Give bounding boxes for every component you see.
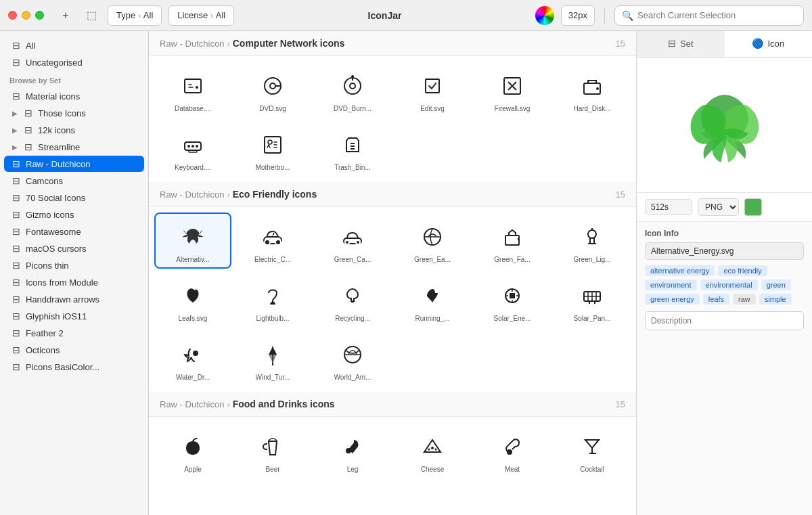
tag[interactable]: eco friendly xyxy=(718,265,767,276)
search-bar[interactable]: 🔍 xyxy=(614,5,804,26)
icon-cell[interactable]: Wind_Tur... xyxy=(234,330,311,386)
tag[interactable]: leafs xyxy=(703,294,729,305)
icon-cell[interactable]: Water_Dr... xyxy=(154,330,231,386)
sidebar-item-those-icons[interactable]: ▶ ⊟ Those Icons xyxy=(4,105,144,121)
icon-cell[interactable]: Motherbo... xyxy=(234,120,311,177)
icon-cell[interactable]: Leafs.svg xyxy=(154,271,231,328)
icon-preview xyxy=(496,430,528,463)
sidebar-item-fontawesome[interactable]: ⊟ Fontawesome xyxy=(4,223,144,240)
icon-cell[interactable]: Firewall.svg xyxy=(474,62,551,118)
icon-cell[interactable]: Green_Fa... xyxy=(474,212,551,269)
folder-icon: ⊟ xyxy=(12,344,20,355)
size-input[interactable] xyxy=(645,199,692,215)
icon-cell-beer[interactable]: Beer xyxy=(234,422,311,478)
close-button[interactable] xyxy=(8,11,17,20)
sidebar-item-glyphish[interactable]: ⊟ Glyphish iOS11 xyxy=(4,308,144,324)
icon-cell[interactable]: DVD_Burn... xyxy=(314,62,391,118)
sidebar-item-raw-dutchicon[interactable]: ⊟ Raw - Dutchicon xyxy=(4,156,144,172)
icon-label: Recycling... xyxy=(335,315,370,322)
sidebar-item-all[interactable]: ⊟ All xyxy=(4,37,144,53)
tag[interactable]: alternative energy xyxy=(645,265,715,276)
sidebar-item-picons-thin[interactable]: ⊟ Picons thin xyxy=(4,257,144,273)
icon-cell-meat[interactable]: Meat xyxy=(474,422,551,478)
icon-cell[interactable]: Running_... xyxy=(394,271,471,328)
folder-icon: ⊟ xyxy=(12,91,20,102)
icon-cell-apple[interactable]: Apple xyxy=(154,422,231,478)
search-input[interactable] xyxy=(637,10,796,20)
sidebar-item-streamline[interactable]: ▶ ⊟ Streamline xyxy=(4,139,144,155)
icon-cell[interactable]: Recycling... xyxy=(314,271,391,328)
icon-cell[interactable]: Green_Ca... xyxy=(314,212,391,269)
icon-cell[interactable]: Keyboard.... xyxy=(154,120,231,177)
icon-cell[interactable]: Green_Ea... xyxy=(394,212,471,269)
icon-label: Cocktail xyxy=(580,466,604,473)
description-input[interactable] xyxy=(645,311,804,330)
icon-cell-cheese[interactable]: Cheese xyxy=(394,422,471,478)
sidebar-item-12k[interactable]: ▶ ⊟ 12k icons xyxy=(4,122,144,138)
sidebar-item-camcons[interactable]: ⊟ Camcons xyxy=(4,173,144,189)
tag[interactable]: environmental xyxy=(700,279,758,290)
icon-cell-leg[interactable]: Leg xyxy=(314,422,391,478)
sidebar-item-material[interactable]: ⊟ Material icons xyxy=(4,88,144,104)
icon-preview xyxy=(336,430,369,463)
icon-cell-cocktail[interactable]: Cocktail xyxy=(554,422,631,478)
sidebar-item-uncategorised[interactable]: ⊟ Uncategorised xyxy=(4,54,144,70)
icon-cell[interactable]: Edit.svg xyxy=(394,62,471,118)
icon-cell[interactable]: Trash_Bin... xyxy=(314,120,391,177)
breadcrumb: Raw - Dutchicon › Food and Drinks icons xyxy=(160,399,335,409)
icon-cell[interactable]: Solar_Pan... xyxy=(554,271,631,328)
format-select[interactable]: PNG SVG PDF xyxy=(698,198,739,216)
icon-label: Solar_Pan... xyxy=(573,315,610,322)
export-button[interactable]: ⬚ xyxy=(82,6,101,25)
sidebar-item-70social[interactable]: ⊟ 70 Social Icons xyxy=(4,189,144,206)
icon-preview xyxy=(576,70,608,102)
icon-preview xyxy=(177,279,209,312)
sidebar-item-feather2[interactable]: ⊟ Feather 2 xyxy=(4,325,144,341)
size-button[interactable]: 32px xyxy=(561,5,595,26)
chevron-icon: ▶ xyxy=(12,127,18,134)
svg-point-30 xyxy=(588,230,596,238)
license-filter[interactable]: License › All xyxy=(168,5,234,26)
minimize-button[interactable] xyxy=(22,11,30,20)
sidebar-item-octicons[interactable]: ⊟ Octicons xyxy=(4,342,144,358)
icon-label: Alternativ... xyxy=(176,256,209,263)
icon-cell[interactable]: World_Am... xyxy=(314,330,391,386)
icon-cell[interactable]: Solar_Ene... xyxy=(474,271,551,328)
icon-cell-alternative-energy[interactable]: Alternativ... xyxy=(154,212,231,269)
tag[interactable]: environment xyxy=(645,279,697,290)
svg-point-14 xyxy=(191,145,194,148)
sidebar-item-handdrawn[interactable]: ⊟ Handdrawn arrows xyxy=(4,291,144,307)
svg-point-23 xyxy=(265,240,270,245)
sidebar-section-label: Browse by Set xyxy=(0,71,148,87)
sidebar-item-icons-from-module[interactable]: ⊟ Icons from Module xyxy=(4,274,144,290)
type-filter-label: Type xyxy=(116,10,135,20)
icon-cell[interactable]: Electric_C... xyxy=(234,212,311,269)
svg-rect-0 xyxy=(185,79,201,93)
icon-cell[interactable]: Green_Lig... xyxy=(554,212,631,269)
breadcrumb-arrow: › xyxy=(227,189,229,200)
breadcrumb: Raw - Dutchicon › Computer Network icons xyxy=(160,38,344,49)
icon-cell[interactable]: DVD.svg xyxy=(234,62,311,118)
sidebar-item-gizmo[interactable]: ⊟ Gizmo icons xyxy=(4,206,144,223)
color-swatch[interactable] xyxy=(744,198,762,216)
icon-cell[interactable]: Database.... xyxy=(154,62,231,118)
maximize-button[interactable] xyxy=(35,11,44,20)
svg-point-37 xyxy=(193,351,198,356)
icon-cell[interactable]: Lightbulb... xyxy=(234,271,311,328)
tag[interactable]: simple xyxy=(759,294,792,305)
tag[interactable]: raw xyxy=(733,294,756,305)
new-tab-button[interactable]: + xyxy=(56,6,75,25)
icon-cell[interactable]: Hard_Disk... xyxy=(554,62,631,118)
sidebar-item-label: Those Icons xyxy=(38,108,86,118)
tag[interactable]: green xyxy=(761,279,791,290)
tab-set[interactable]: ⊟ Set xyxy=(637,31,725,57)
tag[interactable]: green energy xyxy=(645,294,700,305)
icon-preview xyxy=(256,430,289,463)
icon-info-section: Icon Info Alternative_Energy.svg alterna… xyxy=(637,222,812,337)
tab-icon[interactable]: 🔵 Icon xyxy=(725,31,813,57)
sidebar-item-picons-basicolor[interactable]: ⊟ Picons BasiColor... xyxy=(4,359,144,375)
type-filter[interactable]: Type › All xyxy=(108,5,162,26)
folder-icon: ⊟ xyxy=(12,243,20,254)
color-wheel-button[interactable] xyxy=(535,6,554,25)
sidebar-item-macos-cursors[interactable]: ⊟ macOS cursors xyxy=(4,240,144,256)
